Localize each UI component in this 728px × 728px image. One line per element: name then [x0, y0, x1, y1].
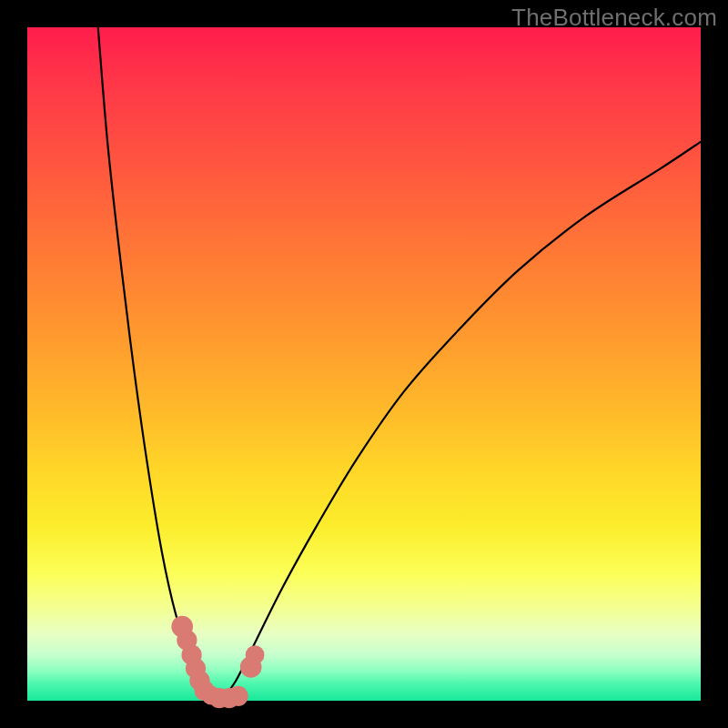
chart-svg [27, 27, 701, 701]
watermark-text: TheBottleneck.com [511, 4, 717, 32]
plot-area [27, 27, 701, 701]
markers-group [171, 616, 264, 708]
marker-dot [228, 686, 248, 706]
marker-dot [246, 645, 265, 664]
left-curve [98, 27, 223, 698]
chart-frame: TheBottleneck.com [0, 0, 728, 728]
right-curve [223, 142, 701, 698]
